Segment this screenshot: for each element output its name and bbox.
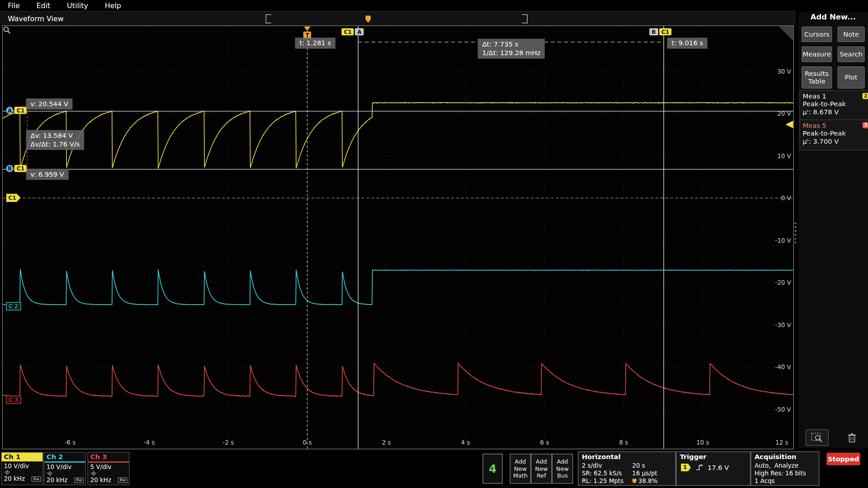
svg-text:-10 V: -10 V — [775, 237, 791, 244]
horizontal-record-length: RL: 1.25 Mpts — [582, 478, 623, 485]
meas1-type: Peak-to-Peak — [803, 100, 868, 108]
add-new-title: Add New... — [798, 12, 868, 21]
menu-item-help[interactable]: Help — [105, 1, 121, 9]
waveform-plot-area[interactable]: -6 s-4 s-2 s0 s2 s4 s6 s8 s10 s12 s30 V2… — [2, 25, 794, 449]
zoom-select-button[interactable] — [805, 429, 828, 446]
menu-item-file[interactable]: File — [8, 1, 20, 9]
svg-text:0 V: 0 V — [781, 195, 792, 202]
add-new-ref-button[interactable]: Add New Ref — [531, 454, 552, 483]
horizontal-resolution: 16 μs/pt — [632, 470, 657, 477]
acquisition-mode: Auto, Analyze — [755, 462, 798, 469]
trash-button[interactable] — [842, 430, 861, 445]
ch1-bw-limit-badge: Bw — [32, 476, 41, 482]
horizontal-panel[interactable]: Horizontal 2 s/div 20 s SR: 62.5 kS/s 16… — [578, 451, 676, 486]
waveform-ch2[interactable] — [3, 269, 793, 305]
minimap-right-bracket — [522, 14, 528, 23]
hcursor-b-tag[interactable]: B C1 — [6, 165, 27, 172]
ch1-scale: 10 V/div — [2, 461, 43, 469]
view-title: Waveform View — [8, 14, 64, 23]
waveform-view-header: Waveform View — [0, 11, 796, 26]
menu-item-edit[interactable]: Edit — [37, 1, 51, 9]
inverse-delta-t-value: 1/Δt: 129.28 mHz — [482, 49, 541, 58]
waveform-ch3[interactable] — [3, 363, 793, 397]
delta-v-readout: Δv: 13.584 V Δv/Δt: 1.76 V/s — [26, 130, 85, 150]
ch2-ground-coupling-icon — [47, 471, 53, 476]
search-button[interactable]: Search — [838, 47, 865, 62]
svg-text:30 V: 30 V — [777, 68, 791, 75]
meas5-name: Meas 5 — [803, 122, 826, 129]
hcursor-a-badge: A — [6, 107, 13, 114]
panel-drag-handle[interactable] — [794, 221, 797, 244]
ch1-position-marker[interactable]: C1 — [6, 194, 20, 202]
meas1-value: μ': 8.678 V — [803, 108, 868, 117]
trigger-source-badge: 1 — [681, 464, 691, 471]
svg-text:2 s: 2 s — [382, 439, 391, 446]
cursor-a-top-badge[interactable]: C1 A — [342, 28, 364, 35]
cursors-button[interactable]: Cursors — [802, 27, 832, 42]
add-new-math-button[interactable]: Add New Math — [510, 454, 531, 483]
menu-item-utility[interactable]: Utility — [67, 1, 88, 9]
channel-2-badge[interactable]: Ch 2 10 V/div 20 kHz Bw — [44, 452, 86, 485]
svg-text:0 s: 0 s — [303, 439, 312, 446]
add-new-button-grid: Cursors Note Measure Search Results Tabl… — [802, 27, 865, 89]
ch2-position-marker[interactable]: C 2 — [6, 302, 20, 310]
rising-edge-icon — [695, 464, 704, 471]
measure-button[interactable]: Measure — [802, 47, 832, 62]
run-status-badge[interactable]: Stopped — [826, 453, 860, 465]
magnifier-icon[interactable] — [3, 26, 10, 34]
right-sidebar: Add New... Cursors Note Measure Search R… — [798, 12, 868, 448]
ch3-name: Ch 3 — [88, 453, 129, 463]
horizontal-span: 20 s — [632, 462, 645, 469]
trigger-title: Trigger — [680, 453, 707, 461]
meas5-type: Peak-to-Peak — [803, 130, 868, 138]
menu-bar: File Edit Utility Help — [0, 0, 868, 11]
svg-text:-40 V: -40 V — [775, 364, 791, 371]
waveform-ch1[interactable] — [3, 103, 793, 169]
svg-text:8 s: 8 s — [619, 439, 628, 446]
ch3-position-marker[interactable]: C 3 — [6, 396, 20, 404]
hcursor-a-tag[interactable]: A C1 — [6, 107, 27, 114]
acquisition-title: Acquisition — [755, 453, 797, 461]
measurement-card-5[interactable]: Meas 5 3 Peak-to-Peak μ': 3.700 V — [799, 119, 868, 150]
delta-t-value: Δt: 7.735 s — [482, 40, 541, 49]
cursor-a-volt-readout: v: 20.544 V — [26, 99, 73, 109]
plot-button[interactable]: Plot — [838, 66, 865, 89]
cursor-b-volt-readout: v: 6.959 V — [26, 169, 69, 179]
meas5-value: μ': 3.700 V — [803, 138, 868, 146]
horizontal-title: Horizontal — [582, 453, 621, 461]
trigger-panel[interactable]: Trigger 1 17.6 V — [676, 451, 750, 486]
meas5-badge: 3 — [862, 122, 868, 128]
zoom-area-icon — [811, 433, 823, 443]
svg-text:10 s: 10 s — [696, 439, 709, 446]
hcursor-a-source: C1 — [14, 107, 27, 114]
channel-4-button[interactable]: 4 — [483, 454, 503, 483]
trigger-position-icon — [632, 479, 637, 483]
svg-text:6 s: 6 s — [540, 439, 549, 446]
ch3-bandwidth: 20 kHz — [90, 476, 111, 483]
note-button[interactable]: Note — [838, 27, 865, 42]
channel-3-badge[interactable]: Ch 3 5 V/div 20 kHz Bw — [87, 452, 129, 485]
svg-text:-4 s: -4 s — [144, 439, 155, 446]
horizontal-sample-rate: SR: 62.5 kS/s — [582, 470, 622, 477]
measurement-card-1[interactable]: Meas 1 2 Peak-to-Peak μ': 8.678 V — [799, 90, 868, 122]
results-table-button[interactable]: Results Table — [802, 66, 832, 89]
minimap-left-bracket — [266, 14, 271, 23]
acquisition-panel[interactable]: Acquisition Auto, Analyze High Res: 16 b… — [750, 451, 819, 486]
trigger-level: 17.6 V — [708, 464, 729, 471]
sidebar-tools — [798, 428, 868, 447]
channel-1-badge[interactable]: Ch 1 10 V/div 20 kHz Bw — [1, 452, 43, 485]
hcursor-b-badge: B — [6, 165, 13, 172]
cursor-a-source-badge: C1 — [342, 28, 354, 35]
trigger-level-arrow[interactable] — [786, 121, 793, 128]
ch2-bw-limit-badge: Bw — [75, 478, 84, 483]
record-view-minimap[interactable] — [266, 14, 528, 23]
cursor-b-top-badge[interactable]: B C1 — [649, 28, 671, 35]
add-new-bus-button[interactable]: Add New Bus — [552, 454, 573, 483]
minimap-trigger-icon[interactable] — [365, 15, 371, 23]
svg-text:12 s: 12 s — [775, 439, 788, 446]
delta-v-value: Δv: 13.584 V — [30, 131, 80, 140]
ch1-ground-coupling-icon — [4, 470, 11, 475]
trigger-arrow-icon — [304, 27, 311, 31]
acquisition-resolution: High Res: 16 bits — [755, 470, 806, 477]
axis-labels: -6 s-4 s-2 s0 s2 s4 s6 s8 s10 s12 s30 V2… — [65, 68, 792, 446]
